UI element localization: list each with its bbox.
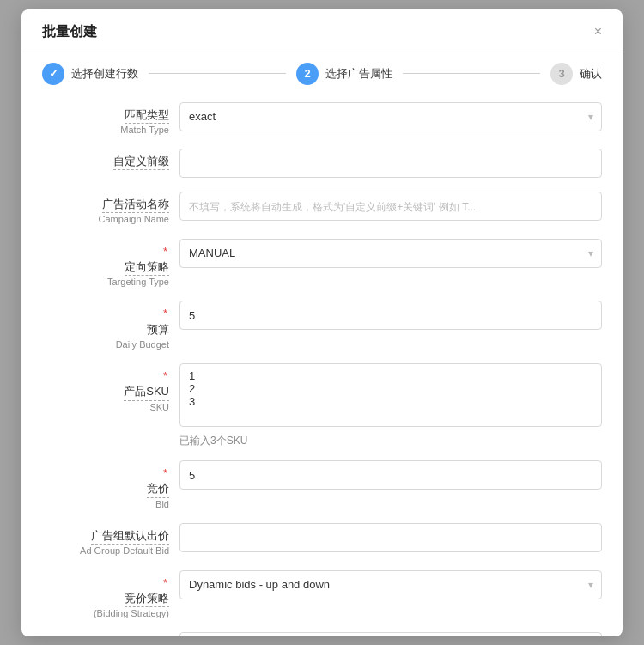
field-daily-budget: * 预算 Daily Budget <box>42 301 602 351</box>
close-button[interactable]: × <box>594 25 602 39</box>
sku-textarea[interactable]: 1 2 3 <box>179 363 602 427</box>
modal-dialog: 批量创建 × ✓ 选择创建行数 2 选择广告属性 3 确认 <box>21 9 623 636</box>
select-wrap-bidding: Dynamic bids - up and down Dynamic bids … <box>179 570 602 599</box>
field-match-type: 匹配类型 Match Type exact phrase broad ▾ <box>42 102 602 137</box>
control-bidding-strategy: Dynamic bids - up and down Dynamic bids … <box>179 570 602 599</box>
select-wrap-targeting: MANUAL AUTO ▾ <box>179 239 602 268</box>
step-3-circle: 3 <box>550 63 573 85</box>
label-campaign-name: 广告活动名称 Campaign Name <box>42 192 179 227</box>
modal-title: 批量创建 <box>42 23 97 41</box>
control-daily-budget <box>179 301 602 330</box>
step-2: 2 选择广告属性 <box>296 63 392 85</box>
field-targeting-type: * 定向策略 Targeting Type MANUAL AUTO ▾ <box>42 239 602 289</box>
control-custom-prefix <box>179 149 602 178</box>
label-targeting-type: * 定向策略 Targeting Type <box>42 239 179 289</box>
control-ad-group-bid <box>179 523 602 552</box>
required-star: * <box>163 575 167 591</box>
field-placement: * 广告位 (Placement) placementTop placement… <box>42 632 602 636</box>
field-sku: * 产品SKU SKU 1 2 3 已输入3个SKU <box>42 363 602 448</box>
select-wrap-match-type: exact phrase broad ▾ <box>179 102 602 131</box>
label-ad-group-bid: 广告组默认出价 Ad Group Default Bid <box>42 523 179 558</box>
campaign-name-input[interactable] <box>179 192 602 221</box>
daily-budget-input[interactable] <box>179 301 602 330</box>
label-placement: * 广告位 (Placement) <box>42 632 179 636</box>
control-sku: 1 2 3 已输入3个SKU <box>179 363 602 448</box>
step-1-circle: ✓ <box>42 63 64 85</box>
control-match-type: exact phrase broad ▾ <box>179 102 602 131</box>
step-2-circle: 2 <box>296 63 319 85</box>
select-wrap-placement: placementTop placementProductPage placem… <box>179 632 602 636</box>
control-campaign-name <box>179 192 602 221</box>
required-star: * <box>163 244 167 259</box>
match-type-select[interactable]: exact phrase broad <box>179 102 602 131</box>
bid-input[interactable] <box>179 460 602 490</box>
modal-header: 批量创建 × <box>21 9 623 52</box>
modal-overlay: 批量创建 × ✓ 选择创建行数 2 选择广告属性 3 确认 <box>0 0 644 645</box>
sku-hint: 已输入3个SKU <box>179 434 602 448</box>
placement-select[interactable]: placementTop placementProductPage placem… <box>179 632 602 636</box>
control-bid <box>179 460 602 490</box>
step-line-2 <box>403 73 540 74</box>
step-2-label: 选择广告属性 <box>325 66 392 82</box>
required-star: * <box>163 306 167 321</box>
label-sku: * 产品SKU SKU <box>42 363 179 414</box>
step-1: ✓ 选择创建行数 <box>42 63 138 85</box>
label-custom-prefix: 自定义前缀 <box>42 149 179 170</box>
field-bidding-strategy: * 竞价策略 (Bidding Strategy) Dynamic bids -… <box>42 570 602 621</box>
label-bidding-strategy: * 竞价策略 (Bidding Strategy) <box>42 570 179 621</box>
bidding-strategy-select[interactable]: Dynamic bids - up and down Dynamic bids … <box>179 570 602 599</box>
field-custom-prefix: 自定义前缀 <box>42 149 602 180</box>
modal-body: 匹配类型 Match Type exact phrase broad ▾ <box>21 95 623 636</box>
required-star: * <box>163 465 167 481</box>
control-targeting-type: MANUAL AUTO ▾ <box>179 239 602 268</box>
steps-bar: ✓ 选择创建行数 2 选择广告属性 3 确认 <box>21 52 623 95</box>
targeting-type-select[interactable]: MANUAL AUTO <box>179 239 602 268</box>
field-ad-group-bid: 广告组默认出价 Ad Group Default Bid <box>42 523 602 558</box>
control-placement: placementTop placementProductPage placem… <box>179 632 602 636</box>
label-match-type: 匹配类型 Match Type <box>42 102 179 137</box>
step-line-1 <box>149 73 286 74</box>
field-campaign-name: 广告活动名称 Campaign Name <box>42 192 602 227</box>
ad-group-bid-input[interactable] <box>179 523 602 552</box>
step-1-label: 选择创建行数 <box>71 66 138 82</box>
field-bid: * 竞价 Bid <box>42 460 602 511</box>
label-bid: * 竞价 Bid <box>42 460 179 511</box>
custom-prefix-input[interactable] <box>179 149 602 178</box>
step-3-label: 确认 <box>580 66 602 82</box>
step-3: 3 确认 <box>550 63 602 85</box>
required-star: * <box>163 368 167 384</box>
label-daily-budget: * 预算 Daily Budget <box>42 301 179 351</box>
